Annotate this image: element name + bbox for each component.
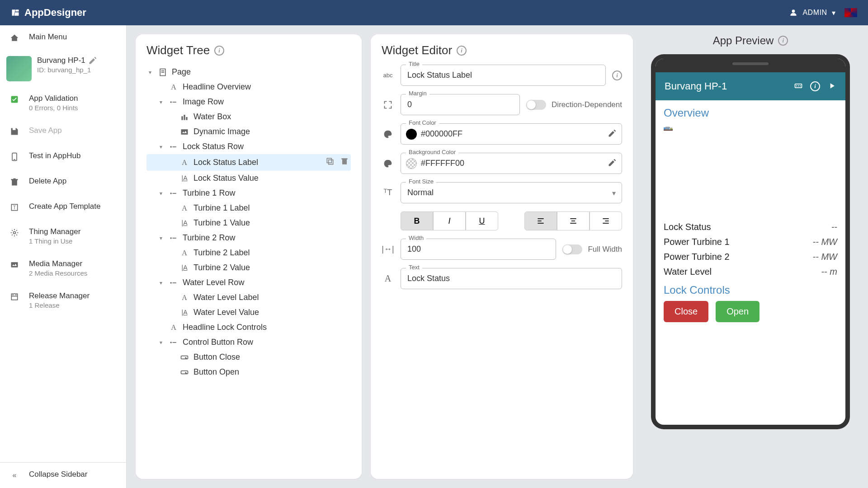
button-icon xyxy=(180,353,189,362)
trash-icon[interactable] xyxy=(340,157,349,168)
sidebar-main-menu[interactable]: Main Menu xyxy=(0,25,126,51)
margin-input[interactable] xyxy=(401,94,520,115)
info-icon[interactable]: i xyxy=(612,70,622,80)
app-thumbnail xyxy=(6,56,32,81)
tree-node[interactable]: ▾Turbine 2 Row xyxy=(146,230,351,245)
tree-node[interactable]: ▾Image Row xyxy=(146,94,351,109)
copy-icon[interactable] xyxy=(326,157,335,168)
tree-node[interactable]: ▾Control Button Row xyxy=(146,335,351,350)
sidebar-template[interactable]: T Create App Template xyxy=(0,195,126,220)
sidebar-media[interactable]: Media Manager 2 Media Resources xyxy=(0,252,126,284)
tree-node-label: Turbine 2 Value xyxy=(193,263,349,272)
tree-node[interactable]: ▾Water Box xyxy=(146,109,351,124)
caret-icon[interactable]: ▾ xyxy=(157,99,165,105)
tree-node-label: Dynamic Image xyxy=(193,127,349,136)
data-value: -- MW xyxy=(813,237,837,247)
info-icon[interactable]: i xyxy=(810,81,820,91)
caret-icon[interactable]: ▾ xyxy=(157,339,165,346)
tree-node[interactable]: ▾AHeadline Overview xyxy=(146,80,351,94)
text-icon: A xyxy=(180,204,189,212)
bg-color-input[interactable] xyxy=(401,153,622,174)
tree-node[interactable]: ▾Water Level Row xyxy=(146,275,351,290)
svg-rect-23 xyxy=(186,117,187,120)
align-left-button[interactable] xyxy=(524,211,557,230)
sidebar-collapse[interactable]: « Collapse Sidebar xyxy=(0,463,126,488)
caret-icon[interactable]: ▾ xyxy=(157,280,165,286)
release-icon xyxy=(9,291,20,302)
sidebar-thing[interactable]: Thing Manager 1 Thing in Use xyxy=(0,220,126,252)
text-icon: A xyxy=(180,294,189,302)
tree-node[interactable]: ▾ATurbine 1 Label xyxy=(146,201,351,216)
text-input[interactable] xyxy=(401,268,622,289)
tree-node[interactable]: ▾AWater Level Label xyxy=(146,290,351,305)
sidebar-item-label: Collapse Sidebar xyxy=(29,470,87,479)
tree-node-label: Lock Status Label xyxy=(193,158,321,167)
underline-button[interactable]: U xyxy=(466,211,498,230)
media-icon xyxy=(9,259,20,270)
caret-icon[interactable]: ▾ xyxy=(157,235,165,241)
tree-node[interactable]: ▾Button Open xyxy=(146,365,351,380)
tree-node[interactable]: ▾|ATurbine 1 Value xyxy=(146,216,351,230)
caret-icon[interactable]: ▾ xyxy=(157,144,165,150)
align-right-button[interactable] xyxy=(590,211,622,230)
close-button[interactable]: Close xyxy=(664,301,708,322)
tree-node[interactable]: ▾Lock Status Row xyxy=(146,139,351,154)
tree-node[interactable]: ▾Dynamic Image xyxy=(146,124,351,139)
align-center-button[interactable] xyxy=(557,211,590,230)
svg-rect-30 xyxy=(173,146,176,147)
tree-node[interactable]: ▾Turbine 1 Row xyxy=(146,186,351,201)
admin-menu[interactable]: ADMIN ▾ xyxy=(789,8,835,17)
sidebar-test[interactable]: Test in AppHub xyxy=(0,144,126,169)
tree-node-label: Turbine 1 Label xyxy=(193,203,349,213)
tree-node[interactable]: ▾AHeadline Lock Controls xyxy=(146,320,351,335)
tree-node[interactable]: ▾|ALock Status Value xyxy=(146,171,351,186)
svg-rect-7 xyxy=(11,262,18,267)
full-width-toggle[interactable] xyxy=(562,244,582,254)
sidebar-app-card[interactable]: Burvang HP-1 ID: burvang_hp_1 xyxy=(0,51,126,87)
sidebar-validation[interactable]: App Validation 0 Errors, 0 Hints xyxy=(0,87,126,119)
font-color-input[interactable] xyxy=(401,123,622,145)
open-button[interactable]: Open xyxy=(716,301,760,322)
bold-button[interactable]: B xyxy=(401,211,433,230)
keyboard-icon[interactable] xyxy=(794,81,803,90)
tree-node[interactable]: ▾Page xyxy=(146,65,351,80)
abc-icon: abc xyxy=(382,72,394,79)
edit-icon[interactable] xyxy=(88,56,97,65)
info-icon[interactable]: i xyxy=(778,36,788,46)
width-input[interactable] xyxy=(401,239,556,260)
edit-icon[interactable] xyxy=(608,129,617,140)
title-input[interactable] xyxy=(401,65,606,86)
phone-frame: Burvang HP-1 i Overview xyxy=(651,54,850,429)
language-flag[interactable] xyxy=(844,8,857,17)
tree-node-label: Lock Status Row xyxy=(183,142,349,151)
sidebar-item-label: Save App xyxy=(29,126,62,135)
sidebar-delete[interactable]: Delete App xyxy=(0,169,126,195)
svg-point-29 xyxy=(170,146,172,147)
panel-title: Widget Editor i xyxy=(382,43,622,57)
info-icon[interactable]: i xyxy=(457,46,467,56)
svg-rect-93 xyxy=(669,127,670,128)
sidebar-item-label: Test in AppHub xyxy=(29,151,80,160)
tree-node[interactable]: ▾|ATurbine 2 Value xyxy=(146,260,351,275)
panel-title-text: Widget Editor xyxy=(382,43,452,57)
tree-node[interactable]: ▾ALock Status Label xyxy=(146,154,351,171)
tree-node[interactable]: ▾ATurbine 2 Label xyxy=(146,245,351,260)
field-label: Font Color xyxy=(406,119,439,126)
tree-node[interactable]: ▾Button Close xyxy=(146,350,351,365)
edit-icon[interactable] xyxy=(608,158,617,169)
text-icon: A xyxy=(382,273,394,284)
margin-direction-toggle[interactable] xyxy=(526,100,546,110)
font-size-select[interactable] xyxy=(401,182,622,203)
info-icon[interactable]: i xyxy=(214,46,224,56)
play-icon[interactable] xyxy=(827,81,836,90)
svg-text:T: T xyxy=(13,205,16,210)
tree-node[interactable]: ▾|AWater Level Value xyxy=(146,305,351,320)
caret-icon[interactable]: ▾ xyxy=(157,190,165,197)
section-lock-controls: Lock Controls xyxy=(664,284,837,296)
caret-icon[interactable]: ▾ xyxy=(146,69,154,75)
row-icon xyxy=(169,142,178,151)
italic-button[interactable]: I xyxy=(433,211,466,230)
sidebar-release[interactable]: Release Manager 1 Release xyxy=(0,284,126,316)
tree-node-label: Button Open xyxy=(193,367,349,377)
panel-title-text: Widget Tree xyxy=(146,43,210,57)
